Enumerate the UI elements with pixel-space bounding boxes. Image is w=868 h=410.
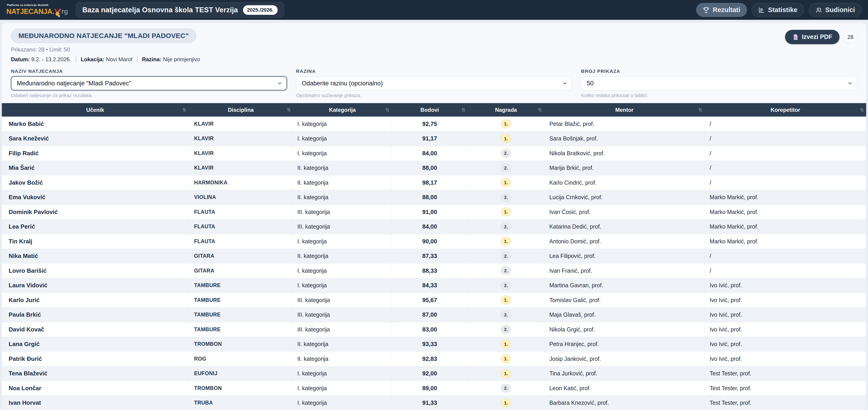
accompanist-cell: Ivo Ivić, prof. [705,278,866,293]
accompanist-cell: / [705,263,866,278]
category-cell: I. kategorija [293,263,392,278]
student-cell: Ivan Horvat [2,396,188,410]
student-cell: Ema Vuković [2,190,188,205]
points-cell: 91,33 [392,396,468,410]
brand-logo[interactable]: Platforma za evidenciju školskih NATJECA… [6,4,68,16]
student-cell: Sara Knežević [2,131,188,146]
student-cell: Dominik Pavlović [2,205,188,219]
category-cell: II. kategorija [293,175,392,190]
export-pdf-label: Izvezi PDF [802,33,832,40]
category-cell: I. kategorija [293,234,392,249]
mentor-cell: Nikola Bratković, prof. [544,146,704,161]
award-cell: 2. [468,278,544,293]
export-pdf-button[interactable]: Izvezi PDF [785,30,840,44]
filter-label: RAZINA [296,69,572,74]
app-header: Platforma za evidenciju školskih NATJECA… [0,0,868,20]
razina-select[interactable]: Odaberite razinu (opcionalno) [296,76,572,90]
points-cell: 93,33 [392,337,468,352]
student-cell: Marko Babić [2,116,188,131]
award-cell: 1. [468,175,544,190]
nav-button-sudionici[interactable]: Sudionici [809,3,862,17]
mentor-cell: Tomislav Galić, prof. [544,293,704,308]
student-cell: Jakov Božić [2,175,188,190]
accompanist-cell: / [705,175,866,190]
table-row: Lovro BarišićGITARAI. kategorija88,332.I… [2,263,866,278]
category-cell: II. kategorija [293,337,392,352]
mentor-cell: Barbara Knezović, prof. [544,396,704,410]
results-table: Učenik⇅Disciplina⇅Kategorija⇅Bodovi⇅Nagr… [2,103,866,410]
col-header-kategorija[interactable]: Kategorija⇅ [293,103,392,116]
points-cell: 98,17 [392,175,468,190]
award-cell: 2. [468,263,544,278]
table-row: Tin KraljFLAUTAI. kategorija90,001.Anton… [2,234,866,249]
sort-icon: ⇅ [182,107,186,113]
card-head: MEĐUNARODNO NATJECANJE "MLADI PADOVEC" P… [2,23,866,63]
col-header-nagrada[interactable]: Nagrada⇅ [468,103,544,116]
award-cell: 1. [468,396,544,410]
table-row: Noa LončarTROMBONI. kategorija89,002.Leo… [2,381,866,396]
col-header-disciplina[interactable]: Disciplina⇅ [188,103,293,116]
student-cell: Karlo Jurić [2,293,188,308]
student-cell: David Kovač [2,322,188,337]
mentor-cell: Martina Gavran, prof. [544,278,704,293]
mentor-cell: Sara Bošnjak, prof. [544,131,704,146]
accompanist-cell: Ivo Ivić, prof. [705,293,866,308]
accompanist-cell: Test Tester, prof. [705,366,866,381]
table-row: Ivan HorvatTRUBAI. kategorija91,331.Barb… [2,396,866,410]
award-badge: 1. [501,208,511,216]
col-header-mentor[interactable]: Mentor⇅ [544,103,704,116]
accompanist-cell: Ivo Ivić, prof. [705,351,866,366]
points-cell: 90,00 [392,234,468,249]
mentor-cell: Antonio Domić, prof. [544,234,704,249]
table-row: Dominik PavlovićFLAUTAIII. kategorija91,… [2,205,866,219]
discipline-cell: TAMBURE [188,278,293,293]
filter-naziv-natjecanja-select: NAZIV NATJECANJAMeđunarodno natjecanje "… [11,69,287,98]
student-cell: Tena Blažević [2,366,188,381]
main-nav: RezultatiStatistikeSudionici [696,3,862,17]
points-cell: 87,00 [392,308,468,322]
col-header-uenik[interactable]: Učenik⇅ [2,103,188,116]
brand-text: NATJECANJA. [6,8,54,15]
filter-label: NAZIV NATJECANJA [11,69,287,74]
sort-icon: ⇅ [698,107,702,113]
accompanist-cell: / [705,131,866,146]
accompanist-cell: Marko Markić, prof. [705,219,866,234]
award-cell: 1. [468,366,544,381]
nav-button-rezultati[interactable]: Rezultati [696,3,747,17]
mentor-cell: Petra Hranjec, prof. [544,337,704,352]
award-badge: 2. [501,252,511,261]
app-title-pill: Baza natjecatelja Osnovna škola TEST Ver… [76,2,284,18]
mentor-cell: Marija Brkić, prof. [544,161,704,175]
discipline-cell: FLAUTA [188,219,293,234]
table-row: Paula BrkićTAMBUREIII. kategorija87,002.… [2,308,866,322]
discipline-cell: GITARA [188,263,293,278]
category-cell: I. kategorija [293,146,392,161]
col-header-bodovi[interactable]: Bodovi⇅ [392,103,468,116]
award-badge: 2. [501,164,511,172]
award-cell: 2. [468,190,544,205]
broj-prikaza-select[interactable]: 50 [581,76,857,90]
col-header-korepetitor[interactable]: Korepetitor⇅ [705,103,866,116]
award-badge: 2. [501,223,511,231]
points-cell: 83,00 [392,322,468,337]
award-cell: 1. [468,337,544,352]
mentor-cell: Karlo Cindrić, prof. [544,175,704,190]
nav-button-statistike[interactable]: Statistike [751,3,804,17]
chevron-down-icon [847,80,853,86]
category-cell: III. kategorija [293,308,392,322]
meta-divider [137,56,137,63]
points-cell: 88,33 [392,263,468,278]
points-cell: 92,00 [392,366,468,381]
discipline-cell: EUFONIJ [188,366,293,381]
brand-suffix: rg [61,8,68,15]
award-cell: 2. [468,308,544,322]
category-cell: II. kategorija [293,351,392,366]
accompanist-cell: Ivo Ivić, prof. [705,322,866,337]
mentor-cell: Tina Jurković, prof. [544,366,704,381]
naziv-natjecanja-select[interactable]: Međunarodno natjecanje "Mladi Padovec" [11,76,287,90]
student-cell: Patrik Đurić [2,351,188,366]
points-cell: 88,00 [392,190,468,205]
category-cell: I. kategorija [293,381,392,396]
chevron-down-icon [277,80,282,86]
sort-icon: ⇅ [538,107,542,113]
